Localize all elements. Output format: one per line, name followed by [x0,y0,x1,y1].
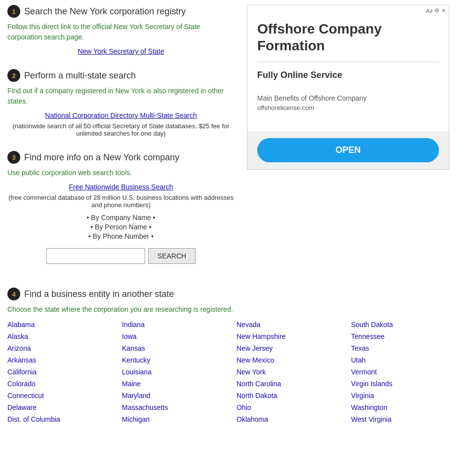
states-grid: AlabamaIndianaNevadaSouth DakotaAlaskaIo… [7,320,466,424]
ad-top-bar: Ad ⚙ ✕ [247,5,449,16]
step-2-note: (nationwide search of all 50 official Se… [7,122,235,137]
bullet-person: • By Person Name • [7,223,235,231]
bullet-phone: • By Phone Number • [7,232,235,240]
ad-title: Offshore Company Formation [257,21,439,54]
state-link[interactable]: Tennessee [351,331,466,341]
state-link[interactable]: Utah [351,355,466,365]
ad-url: offshorelicense.com [257,104,439,111]
ad-panel: Ad ⚙ ✕ Offshore Company Formation Fully … [247,5,449,170]
state-link[interactable]: Vermont [351,367,466,377]
ad-open-button[interactable]: OPEN [257,138,439,162]
state-link[interactable]: Virgin Islands [351,379,466,389]
step-1-title: Search the New York corporation registry [24,6,186,17]
search-button[interactable]: SEARCH [148,248,196,264]
step-1-heading: 1 Search the New York corporation regist… [7,5,235,18]
state-link[interactable]: Arizona [7,343,122,353]
step-1-section: 1 Search the New York corporation regist… [7,5,235,55]
step-1-link[interactable]: New York Secretary of State [7,47,235,55]
state-link[interactable]: Delaware [7,403,122,412]
step-3-title: Find more info on a New York company [24,152,179,163]
step-1-description: Follow this direct link to the official … [7,22,235,42]
ad-settings-icon[interactable]: ⚙ [434,7,439,14]
step-3-bullets: • By Company Name • • By Person Name • •… [7,214,235,240]
state-link[interactable]: Maine [122,379,236,389]
state-link[interactable]: South Dakota [351,320,466,330]
state-link[interactable]: Louisiana [122,367,236,377]
step-2-title: Perform a multi-state search [24,71,136,81]
state-link[interactable]: New Hampshire [236,331,351,341]
ad-description: Main Benefits of Offshore Company [257,94,439,102]
step-2-circle: 2 [7,69,20,82]
ad-bottom: OPEN [247,131,449,169]
step-4-circle: 4 [7,288,20,300]
step-3-heading: 3 Find more info on a New York company [7,151,235,164]
state-link[interactable]: Dist. of Columbia [7,414,122,424]
state-link[interactable]: Alabama [7,320,122,330]
step-2-link[interactable]: National Corporation Directory Multi-Sta… [7,111,235,119]
ad-content: Offshore Company Formation Fully Online … [247,16,449,131]
state-link[interactable]: Texas [351,343,466,353]
ad-close-icon[interactable]: ✕ [441,7,446,14]
state-link[interactable]: Ohio [236,403,351,412]
states-section: 4 Find a business entity in another stat… [0,288,473,424]
ad-divider [257,62,439,62]
state-link[interactable]: North Dakota [236,391,351,401]
state-link[interactable]: Connecticut [7,391,122,401]
step-1-circle: 1 [7,5,20,18]
step-4-title: Find a business entity in another state [24,289,174,299]
step-4-description: Choose the state where the corporation y… [7,304,466,315]
state-link[interactable]: Arkansas [7,355,122,365]
state-link[interactable]: Washington [351,403,466,412]
state-link[interactable]: West Virginia [351,414,466,424]
step-3-link[interactable]: Free Nationwide Business Search [7,183,235,191]
step-4-heading: 4 Find a business entity in another stat… [7,288,466,300]
state-link[interactable]: New Mexico [236,355,351,365]
state-link[interactable]: Maryland [122,391,236,401]
step-3-description: Use public corporation web search tools. [7,168,235,178]
state-link[interactable]: Oklahoma [236,414,351,424]
state-link[interactable]: Alaska [7,331,122,341]
search-input[interactable] [46,248,145,264]
state-link[interactable]: Nevada [236,320,351,330]
search-row: SEARCH [7,248,235,264]
state-link[interactable]: North Carolina [236,379,351,389]
state-link[interactable]: New York [236,367,351,377]
step-3-note: (free commercial database of 28 million … [7,194,235,209]
step-2-description: Find out if a company registered in New … [7,86,235,107]
state-link[interactable]: Kansas [122,343,236,353]
bullet-company: • By Company Name • [7,214,235,221]
step-2-section: 2 Perform a multi-state search Find out … [7,69,235,137]
ad-subtitle: Fully Online Service [257,70,439,80]
state-link[interactable]: Indiana [122,320,236,330]
state-link[interactable]: New Jersey [236,343,351,353]
step-2-heading: 2 Perform a multi-state search [7,69,235,82]
state-link[interactable]: Colorado [7,379,122,389]
state-link[interactable]: Michigan [122,414,236,424]
state-link[interactable]: California [7,367,122,377]
step-3-section: 3 Find more info on a New York company U… [7,151,235,264]
state-link[interactable]: Virginia [351,391,466,401]
ad-label: Ad [426,8,433,14]
state-link[interactable]: Iowa [122,331,236,341]
state-link[interactable]: Massachusetts [122,403,236,412]
step-3-circle: 3 [7,151,20,164]
state-link[interactable]: Kentucky [122,355,236,365]
